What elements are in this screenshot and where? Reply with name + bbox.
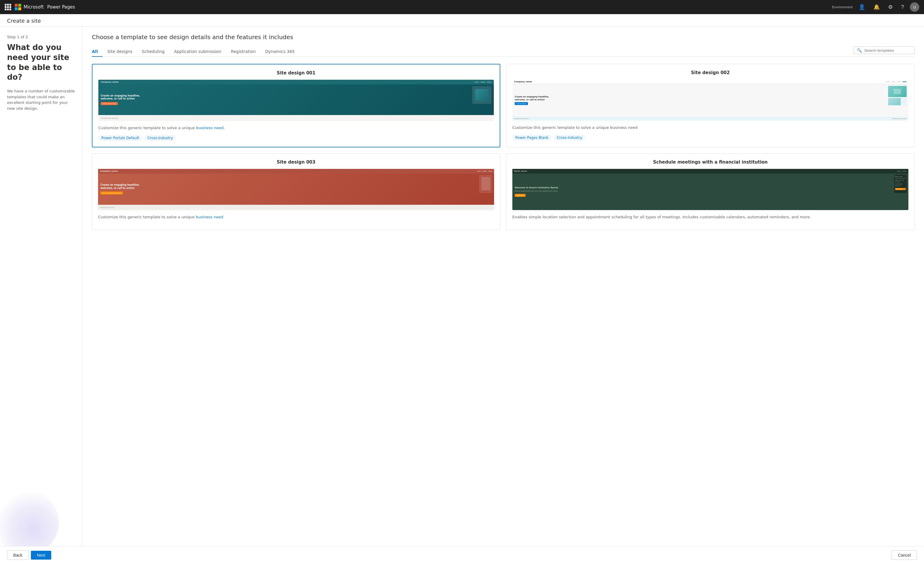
template-tags-002: Power Pages Blank Cross-Industry [512,135,908,141]
tab-all[interactable]: All [92,47,102,57]
search-icon: 🔍 [857,48,862,53]
back-button[interactable]: Back [7,551,28,560]
environment-label: Environment [832,5,853,9]
tag-power-portals-default: Power Portals Default [98,135,142,141]
sidebar-description: We have a number of customizable templat… [7,88,75,111]
tab-site-designs[interactable]: Site designs [102,47,137,57]
template-link-001[interactable]: business need. [196,126,225,130]
tab-bar: All Site designs Scheduling Application … [92,46,915,57]
app-grid-icon[interactable] [5,4,11,10]
content-header: Choose a template to see design details … [82,27,924,57]
microsoft-squares-icon [15,4,21,10]
person-icon[interactable]: 👤 [856,3,867,12]
footer: Back Next Cancel [0,546,924,564]
tag-cross-industry-001: Cross-Industry [144,135,176,141]
template-title-002: Site design 002 [512,70,908,75]
search-input[interactable] [864,48,911,53]
environment-section: Environment [832,5,853,9]
sidebar-question: What do you need your site to be able to… [7,43,75,82]
template-preview-003: Company name Create an engaging headline… [98,169,494,210]
tab-application-submission[interactable]: Application submission [169,47,226,57]
template-tags-001: Power Portals Default Cross-Industry [98,135,494,141]
page-header: Create a site [0,14,924,27]
brand-name: Microsoft [24,4,44,10]
template-title-schedule: Schedule meetings with a financial insti… [512,160,908,165]
product-name: Power Pages [47,4,75,10]
template-preview-001: Company name Create an engaging headline… [98,80,494,121]
top-navigation: Microsoft Power Pages Environment 👤 🔔 ⚙ … [0,0,924,14]
sidebar: Step 1 of 2 What do you need your site t… [0,27,82,546]
template-preview-schedule: Bank name Welcome to [Insert Institution… [512,169,908,210]
step-indicator: Step 1 of 2 [7,35,75,39]
content-title: Choose a template to see design details … [92,33,915,40]
tab-dynamics-365[interactable]: Dynamics 365 [261,47,300,57]
template-description-schedule: Enables simple location selection and ap… [512,214,908,220]
next-button[interactable]: Next [31,551,51,560]
template-description-002: Customize this generic template to solve… [512,125,908,131]
tag-cross-industry-002: Cross-Industry [554,135,585,141]
template-card-site-design-003[interactable]: Site design 003 Company name [92,153,500,230]
template-link-003[interactable]: business need [196,215,223,219]
template-description-003: Customize this generic template to solve… [98,214,494,220]
template-title-003: Site design 003 [98,160,494,165]
sidebar-decoration [0,490,59,546]
template-card-site-design-001[interactable]: Site design 001 Company name [92,64,500,147]
template-description-001: Customize this generic template to solve… [98,125,494,131]
microsoft-logo: Microsoft [15,4,44,10]
avatar[interactable]: U [910,2,919,12]
content-area: Choose a template to see design details … [82,27,924,546]
tab-scheduling[interactable]: Scheduling [137,47,169,57]
search-box[interactable]: 🔍 [854,46,915,54]
template-title-001: Site design 001 [98,70,494,76]
main-layout: Step 1 of 2 What do you need your site t… [0,27,924,546]
template-preview-002: Company name Create an engaging headline… [512,79,908,121]
template-card-site-design-002[interactable]: Site design 002 Company name [506,64,915,147]
template-card-schedule-meetings[interactable]: Schedule meetings with a financial insti… [506,153,915,230]
tab-registration[interactable]: Registration [226,47,260,57]
notification-bell-icon[interactable]: 🔔 [871,3,882,12]
tag-power-pages-blank: Power Pages Blank [512,135,552,141]
settings-gear-icon[interactable]: ⚙ [886,3,895,12]
help-question-icon[interactable]: ? [898,3,906,12]
page-title: Create a site [7,18,917,24]
templates-grid: Site design 001 Company name [82,57,924,546]
cancel-button[interactable]: Cancel [892,551,917,560]
